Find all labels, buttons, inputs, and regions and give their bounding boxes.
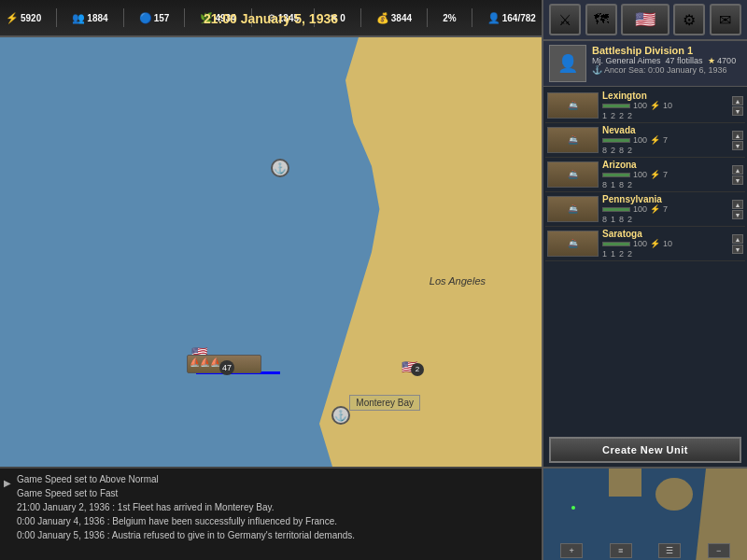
- log-area: ▶ Game Speed set to Above Normal Game Sp…: [0, 467, 542, 560]
- mini-controls: + ≡ ☰ −: [543, 543, 747, 558]
- ship-scroll-saratoga[interactable]: ▲ ▼: [732, 234, 743, 254]
- ship-name-arizona: Arizona: [602, 160, 732, 170]
- res3-value: 157: [154, 13, 170, 23]
- ship-scroll-pennsylvania[interactable]: ▲ ▼: [732, 200, 743, 219]
- resource-2: 👥 1884: [72, 12, 107, 24]
- ship-scroll-nevada[interactable]: ▲ ▼: [732, 131, 743, 150]
- general-name: Mj. General Aimes 47 flotillas ★ 4700: [592, 56, 741, 65]
- ship-nums-nevada: 8 2 8 2: [602, 146, 732, 155]
- log-line-1: Game Speed set to Fast: [17, 486, 536, 500]
- division-header: 👤 Battleship Division 1 Mj. General Aime…: [543, 41, 747, 87]
- resource-pct: 2%: [443, 13, 456, 23]
- res7-icon: 💰: [376, 12, 389, 24]
- resource-pop: 👤 164/782: [487, 12, 536, 24]
- res5-value: 1345: [278, 13, 299, 23]
- res6-value: 0: [340, 13, 345, 23]
- mini-zoom-in[interactable]: +: [560, 543, 583, 558]
- ship-name-nevada: Nevada: [602, 125, 732, 135]
- los-angeles-label: Los Angeles: [430, 275, 486, 287]
- ship-scroll-arizona[interactable]: ▲ ▼: [732, 165, 743, 185]
- envelope-btn[interactable]: ✉: [710, 4, 741, 35]
- ship-stats-arizona: 100 ⚡ 7: [602, 170, 732, 179]
- log-line-4: 0:00 January 5, 1936 : Austria refused t…: [17, 528, 536, 542]
- resource-5: ⚙ 1345: [267, 12, 299, 24]
- flag-btn[interactable]: 🇺🇸: [621, 4, 669, 35]
- rp-buttons: ⚔ 🗺 🇺🇸 ⚙ ✉: [543, 0, 747, 41]
- ship-nums-arizona: 8 1 8 2: [602, 180, 732, 189]
- log-line-0: Game Speed set to Above Normal: [17, 472, 536, 486]
- mini-fleet-dot: [571, 506, 575, 510]
- res4-icon: 🌿: [200, 12, 213, 24]
- manpower-value: 5920: [21, 13, 41, 23]
- resource-7: 💰 3844: [376, 12, 412, 24]
- unit2[interactable]: 🇺🇸 2: [402, 359, 417, 374]
- ship-img-arizona: 🚢: [547, 161, 599, 188]
- ship-name-saratoga: Saratoga: [602, 229, 732, 239]
- res7-value: 3844: [391, 13, 412, 23]
- ship-row-lexington[interactable]: 🚢 Lexington 100 ⚡ 10 1 2 2 2 ▲ ▼: [545, 89, 745, 123]
- res4-value: 4934: [215, 13, 235, 23]
- unit2-number: 2: [411, 363, 424, 376]
- ship-row-nevada[interactable]: 🚢 Nevada 100 ⚡ 7 8 2 8 2 ▲ ▼: [545, 123, 745, 158]
- create-unit-button[interactable]: Create New Unit: [549, 437, 741, 463]
- mini-list-btn[interactable]: ☰: [658, 543, 681, 558]
- ship-details-lexington: Lexington 100 ⚡ 10 1 2 2 2: [602, 91, 732, 120]
- pop-value: 164/782: [502, 13, 536, 23]
- ship-scroll-lexington[interactable]: ▲ ▼: [732, 96, 743, 116]
- ship-nums-lexington: 1 2 2 2: [602, 111, 732, 120]
- ship-details-pennsylvania: Pennsylvania 100 ⚡ 7 8 1 8 2: [602, 194, 732, 224]
- fleet-unit[interactable]: 🇺🇸 ⛵⛵⛵ 47: [187, 355, 261, 373]
- division-name: Battleship Division 1: [592, 45, 741, 56]
- ship-row-pennsylvania[interactable]: 🚢 Pennsylvania 100 ⚡ 7 8 1 8 2 ▲ ▼: [545, 192, 745, 227]
- res2-value: 1884: [87, 13, 107, 23]
- ship-scroll-up[interactable]: ▲: [732, 96, 743, 105]
- mini-land-east: [655, 478, 693, 511]
- ship-details-nevada: Nevada 100 ⚡ 7 8 2 8 2: [602, 125, 732, 155]
- ship-stats-pennsylvania: 100 ⚡ 7: [602, 204, 732, 214]
- gear-btn[interactable]: ⚙: [673, 4, 705, 35]
- ship-stats-saratoga: 100 ⚡ 10: [602, 239, 732, 248]
- ship-img-saratoga: 🚢: [547, 231, 599, 257]
- ship-stats-lexington: 100 ⚡ 10: [602, 101, 732, 110]
- log-line-2: 21:00 January 2, 1936 : 1st Fleet has ar…: [17, 500, 536, 514]
- ship-nums-saratoga: 1 1 2 2: [602, 249, 732, 259]
- ship-name-pennsylvania: Pennsylvania: [602, 194, 732, 204]
- resource-6: ✖ 0: [330, 12, 345, 24]
- mini-map[interactable]: + ≡ ☰ −: [543, 467, 747, 560]
- anchor-icon-north: ⚓: [271, 159, 289, 177]
- ship-img-lexington: 🚢: [547, 92, 599, 119]
- ship-details-arizona: Arizona 100 ⚡ 7 8 1 8 2: [602, 160, 732, 189]
- ship-details-saratoga: Saratoga 100 ⚡ 10 1 1 2 2: [602, 229, 732, 259]
- ship-scroll-down[interactable]: ▼: [732, 106, 743, 116]
- ship-stats-nevada: 100 ⚡ 7: [602, 135, 732, 145]
- mini-zoom-out[interactable]: −: [708, 543, 730, 558]
- commander-portrait: 👤: [549, 45, 586, 82]
- top-resource-bar: ⚡ 5920 👥 1884 🔵 157 🌿 4934 ⚙ 1345 ✖ 0 💰 …: [0, 0, 542, 37]
- log-text: Game Speed set to Above Normal Game Spee…: [6, 472, 536, 542]
- ship-img-pennsylvania: 🚢: [547, 196, 599, 222]
- ship-nums-pennsylvania: 8 1 8 2: [602, 215, 732, 224]
- res2-icon: 👥: [72, 12, 85, 24]
- resource-3: 🔵 157: [139, 12, 170, 24]
- ship-name-lexington: Lexington: [602, 91, 732, 101]
- map-area[interactable]: Los Angeles ⚓ ⚓ 🇺🇸 ⛵⛵⛵ 47 🇺🇸 2 Monterey …: [0, 37, 542, 467]
- ship-row-saratoga[interactable]: 🚢 Saratoga 100 ⚡ 10 1 1 2 2 ▲ ▼: [545, 227, 745, 261]
- mini-move-btn[interactable]: ≡: [610, 543, 632, 558]
- log-line-3: 0:00 January 4, 1936 : Belgium have been…: [17, 514, 536, 528]
- res6-icon: ✖: [330, 12, 338, 24]
- ship-img-nevada: 🚢: [547, 127, 599, 153]
- anchor-icon-south: ⚓: [331, 406, 350, 425]
- ship-list: 🚢 Lexington 100 ⚡ 10 1 2 2 2 ▲ ▼: [543, 87, 747, 433]
- log-arrow-icon: ▶: [4, 478, 11, 488]
- unit-icon-btn[interactable]: ⚔: [549, 4, 581, 35]
- resource-4: 🌿 4934: [200, 12, 235, 24]
- mini-map-bg: + ≡ ☰ −: [543, 469, 747, 560]
- division-location: ⚓ Ancor Sea: 0:00 January 6, 1936: [592, 65, 741, 75]
- res5-icon: ⚙: [267, 12, 276, 24]
- res3-icon: 🔵: [139, 12, 152, 24]
- map-btn[interactable]: 🗺: [585, 4, 617, 35]
- ship-row-arizona[interactable]: 🚢 Arizona 100 ⚡ 7 8 1 8 2 ▲ ▼: [545, 158, 745, 192]
- monterey-bay-label: Monterey Bay: [349, 395, 420, 411]
- mini-land-mid: [609, 469, 641, 497]
- pop-icon: 👤: [487, 12, 500, 24]
